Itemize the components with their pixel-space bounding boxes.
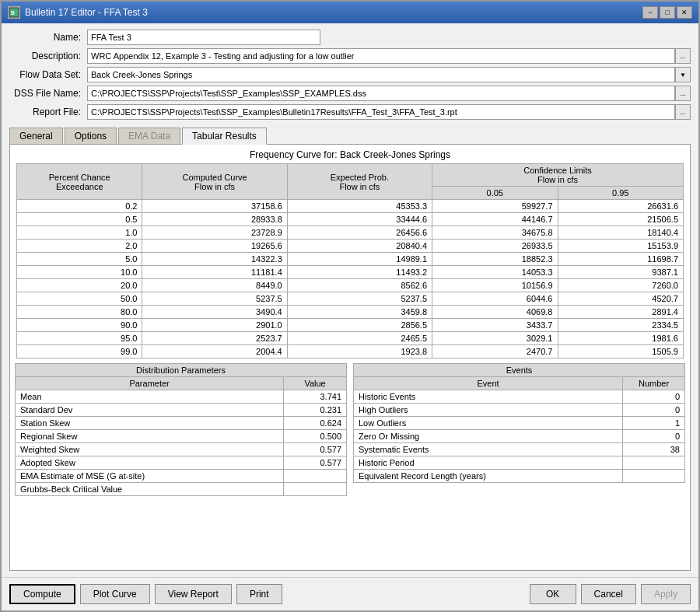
reportfile-browse-btn[interactable]: ... bbox=[675, 104, 691, 120]
list-item: Grubbs-Beck Critical Value bbox=[16, 483, 347, 496]
description-input[interactable] bbox=[87, 48, 675, 64]
events-table: Event Number Historic Events0High Outlie… bbox=[353, 376, 685, 483]
svg-text:B: B bbox=[11, 10, 15, 16]
list-item: Station Skew0.624 bbox=[16, 417, 347, 430]
reportfile-input[interactable] bbox=[87, 104, 675, 120]
list-item: Historic Period bbox=[354, 456, 685, 470]
button-row-right: OK Cancel Apply bbox=[530, 584, 691, 604]
table-row: 5.0 14322.3 14989.1 18852.3 11698.7 bbox=[17, 253, 684, 266]
tab-tabular-results[interactable]: Tabular Results bbox=[182, 128, 267, 145]
list-item: Historic Events0 bbox=[354, 390, 685, 404]
tab-content: Frequency Curve for: Back Creek-Jones Sp… bbox=[9, 144, 691, 571]
flowdataset-row: Flow Data Set: ▼ bbox=[9, 67, 691, 82]
dssfile-input[interactable] bbox=[87, 86, 675, 101]
list-item: Regional Skew0.500 bbox=[16, 430, 347, 443]
cancel-button[interactable]: Cancel bbox=[581, 584, 636, 604]
table-row: 80.0 3490.4 3459.8 4069.8 2891.4 bbox=[17, 306, 684, 319]
col-expected-header: Expected Prob.Flow in cfs bbox=[287, 164, 432, 200]
table-row: 90.0 2901.0 2856.5 3433.7 2334.5 bbox=[17, 319, 684, 332]
dist-param-col-header: Parameter bbox=[16, 377, 284, 390]
apply-button[interactable]: Apply bbox=[641, 584, 691, 604]
button-row: Compute Plot Curve View Report Print OK … bbox=[2, 577, 698, 610]
list-item: Mean3.741 bbox=[16, 390, 347, 404]
table-row: 0.5 28933.8 33444.6 44146.7 21506.5 bbox=[17, 213, 684, 226]
description-label: Description: bbox=[9, 51, 87, 61]
col-computed-header: Computed CurveFlow in cfs bbox=[142, 164, 287, 200]
name-label: Name: bbox=[9, 32, 87, 43]
title-bar: B Bulletin 17 Editor - FFA Test 3 − □ ✕ bbox=[2, 2, 698, 23]
dist-params-table: Parameter Value Mean3.741Standard Dev0.2… bbox=[15, 376, 347, 496]
compute-button[interactable]: Compute bbox=[9, 584, 75, 604]
list-item: Equivalent Record Length (years) bbox=[354, 470, 685, 483]
reportfile-input-group: ... bbox=[87, 104, 691, 120]
name-row: Name: bbox=[9, 30, 691, 45]
col-095-header: 0.95 bbox=[558, 187, 684, 200]
description-row: Description: ... bbox=[9, 48, 691, 64]
button-row-left: Compute Plot Curve View Report Print bbox=[9, 584, 530, 604]
plot-curve-button[interactable]: Plot Curve bbox=[80, 584, 150, 604]
tab-general[interactable]: General bbox=[9, 128, 63, 145]
table-row: 1.0 23728.9 26456.6 34675.8 18140.4 bbox=[17, 226, 684, 240]
name-input[interactable] bbox=[87, 30, 320, 45]
maximize-button[interactable]: □ bbox=[660, 6, 675, 19]
view-report-button[interactable]: View Report bbox=[155, 584, 232, 604]
freq-curve-title: Frequency Curve for: Back Creek-Jones Sp… bbox=[16, 149, 684, 160]
dssfile-row: DSS File Name: ... bbox=[9, 86, 691, 101]
flowdataset-input[interactable] bbox=[87, 67, 675, 82]
description-input-group: ... bbox=[87, 48, 691, 64]
title-bar-controls: − □ ✕ bbox=[642, 6, 692, 19]
table-row: 2.0 19265.6 20840.4 26933.5 15153.9 bbox=[17, 240, 684, 253]
freq-curve-section: Frequency Curve for: Back Creek-Jones Sp… bbox=[10, 145, 690, 360]
tab-options[interactable]: Options bbox=[65, 128, 117, 145]
ok-button[interactable]: OK bbox=[530, 584, 576, 604]
events-section: Events Event Number Historic Events0High… bbox=[353, 363, 685, 496]
dssfile-label: DSS File Name: bbox=[9, 88, 87, 99]
col-pct-header: Percent ChanceExceedance bbox=[17, 164, 142, 200]
content-area: Name: Description: ... Flow Data Set: ▼ … bbox=[2, 23, 698, 577]
app-icon: B bbox=[8, 6, 20, 19]
events-title: Events bbox=[353, 363, 685, 376]
list-item: EMA Estimate of MSE (G at-site) bbox=[16, 470, 347, 483]
list-item: Zero Or Missing0 bbox=[354, 430, 685, 443]
table-row: 95.0 2523.7 2465.5 3029.1 1981.6 bbox=[17, 332, 684, 345]
description-browse-btn[interactable]: ... bbox=[675, 48, 691, 64]
list-item: Weighted Skew0.577 bbox=[16, 443, 347, 456]
flowdataset-label: Flow Data Set: bbox=[9, 69, 87, 80]
list-item: Adopted Skew0.577 bbox=[16, 456, 347, 470]
list-item: Standard Dev0.231 bbox=[16, 404, 347, 417]
list-item: Systematic Events38 bbox=[354, 443, 685, 456]
table-row: 99.0 2004.4 1923.8 2470.7 1505.9 bbox=[17, 345, 684, 358]
print-button[interactable]: Print bbox=[236, 584, 282, 604]
freq-curve-table: Percent ChanceExceedance Computed CurveF… bbox=[16, 163, 684, 358]
flowdataset-dropdown-btn[interactable]: ▼ bbox=[675, 67, 691, 82]
dist-value-col-header: Value bbox=[284, 377, 347, 390]
main-window: B Bulletin 17 Editor - FFA Test 3 − □ ✕ … bbox=[0, 0, 700, 612]
tabs: General Options EMA Data Tabular Results bbox=[9, 128, 691, 145]
window-title: Bulletin 17 Editor - FFA Test 3 bbox=[25, 7, 148, 18]
dssfile-input-group: ... bbox=[87, 86, 691, 101]
table-row: 20.0 8449.0 8562.6 10156.9 7260.0 bbox=[17, 279, 684, 292]
bottom-tables: Distribution Parameters Parameter Value … bbox=[10, 360, 690, 501]
col-005-header: 0.05 bbox=[432, 187, 558, 200]
title-bar-left: B Bulletin 17 Editor - FFA Test 3 bbox=[8, 6, 148, 19]
list-item: Low Outliers1 bbox=[354, 417, 685, 430]
events-event-col-header: Event bbox=[354, 377, 623, 390]
table-row: 10.0 11181.4 11493.2 14053.3 9387.1 bbox=[17, 266, 684, 279]
table-row: 50.0 5237.5 5237.5 6044.6 4520.7 bbox=[17, 292, 684, 306]
tab-ema-data[interactable]: EMA Data bbox=[118, 128, 180, 145]
dssfile-browse-btn[interactable]: ... bbox=[675, 86, 691, 101]
close-button[interactable]: ✕ bbox=[677, 6, 692, 19]
list-item: High Outliers0 bbox=[354, 404, 685, 417]
table-row: 0.2 37158.6 45353.3 59927.7 26631.6 bbox=[17, 200, 684, 213]
flowdataset-input-group: ▼ bbox=[87, 67, 691, 82]
dist-params-title: Distribution Parameters bbox=[15, 363, 347, 376]
reportfile-label: Report File: bbox=[9, 107, 87, 117]
events-number-col-header: Number bbox=[623, 377, 685, 390]
dist-params-section: Distribution Parameters Parameter Value … bbox=[15, 363, 347, 496]
col-confidence-header: Confidence LimitsFlow in cfs bbox=[432, 164, 684, 187]
minimize-button[interactable]: − bbox=[642, 6, 658, 19]
reportfile-row: Report File: ... bbox=[9, 104, 691, 120]
